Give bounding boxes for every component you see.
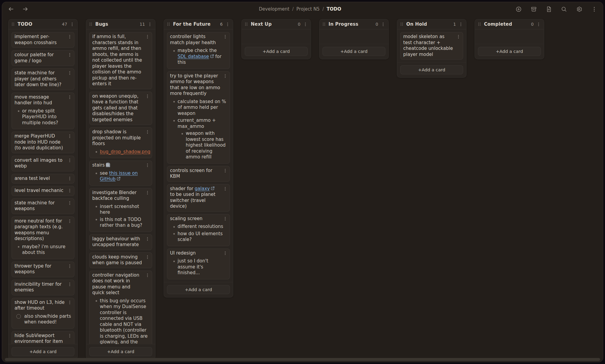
card[interactable]: try to give the player ammo for weapons … (167, 71, 230, 164)
column-menu-icon[interactable] (148, 22, 152, 27)
card-menu-icon[interactable] (67, 95, 72, 99)
drag-handle-icon[interactable] (11, 22, 15, 26)
column-title[interactable]: For the Future (173, 21, 211, 27)
card-menu-icon[interactable] (223, 187, 227, 191)
column-title[interactable]: Completed (484, 21, 512, 27)
card[interactable]: investigate Blender backface cullinginse… (89, 188, 152, 232)
breadcrumb-item[interactable]: Project N5 (296, 6, 320, 12)
card[interactable]: colour palette for game / logo (11, 50, 74, 66)
add-card-button[interactable]: +Add a card (400, 65, 463, 74)
checkbox-circle[interactable] (16, 314, 21, 319)
card[interactable]: model skeleton as test character + cheat… (400, 32, 463, 60)
card[interactable]: scaling screendifferent resolutionshow d… (167, 214, 230, 246)
card-menu-icon[interactable] (67, 188, 72, 193)
column-menu-icon[interactable] (536, 22, 541, 27)
add-card-button[interactable]: +Add a card (11, 347, 74, 356)
card[interactable]: stairssee this issue on GitHub (89, 161, 152, 186)
add-card-button[interactable]: +Add a card (478, 47, 541, 56)
card[interactable]: laggy behaviour with uncapped framerate (89, 234, 152, 250)
search-icon[interactable] (561, 6, 567, 12)
card[interactable]: hide SubViewport environment for item pr… (11, 331, 74, 344)
card[interactable]: if ammo is full, characters stands in am… (89, 32, 152, 89)
card-menu-icon[interactable] (67, 134, 72, 138)
card-menu-icon[interactable] (67, 300, 72, 305)
card-menu-icon[interactable] (145, 163, 150, 167)
back-arrow-icon[interactable] (8, 6, 14, 12)
column-title[interactable]: In Progress (329, 21, 358, 27)
card[interactable]: implement per-weapon crosshairs (11, 32, 74, 48)
card-menu-icon[interactable] (67, 176, 72, 181)
card[interactable]: convert all images to webp (11, 156, 74, 171)
add-card-button[interactable]: +Add a card (167, 285, 230, 294)
column-title[interactable]: Bugs (95, 21, 108, 27)
card[interactable]: controller navigation does not work in p… (89, 271, 152, 344)
card-menu-icon[interactable] (223, 251, 227, 255)
card[interactable]: state machine for player (and others lat… (11, 68, 74, 90)
column-menu-icon[interactable] (70, 22, 74, 27)
document-icon[interactable] (546, 6, 552, 12)
add-card-button[interactable]: +Add a card (322, 47, 385, 56)
horizontal-scrollbar[interactable] (5, 358, 600, 361)
card[interactable]: thrower type for weapons (11, 262, 74, 277)
column-menu-icon[interactable] (381, 22, 385, 27)
card-menu-icon[interactable] (145, 273, 150, 278)
card[interactable]: controls screen for KBM (167, 166, 230, 182)
drag-handle-icon[interactable] (322, 22, 326, 26)
card-menu-icon[interactable] (67, 219, 72, 223)
card-menu-icon[interactable] (145, 130, 150, 134)
card-menu-icon[interactable] (67, 201, 72, 205)
drag-handle-icon[interactable] (167, 22, 170, 26)
card-menu-icon[interactable] (67, 264, 72, 268)
card[interactable]: invincibility timer for enemies (11, 280, 74, 295)
card[interactable]: arena test level (11, 174, 74, 184)
drag-handle-icon[interactable] (478, 22, 481, 26)
card-menu-icon[interactable] (67, 34, 72, 39)
card-menu-icon[interactable] (145, 190, 150, 195)
column-title[interactable]: On Hold (406, 21, 427, 27)
card[interactable]: move message handler into hudor maybe sp… (11, 93, 74, 129)
card-menu-icon[interactable] (456, 34, 461, 39)
card-menu-icon[interactable] (67, 71, 72, 75)
card[interactable]: clouds keep moving when game is paused (89, 252, 152, 268)
drag-handle-icon[interactable] (244, 22, 248, 26)
external-link[interactable]: SDL database (178, 54, 209, 59)
breadcrumb-item[interactable]: Development (259, 6, 289, 12)
card[interactable]: on weapon unequip, have a function that … (89, 92, 152, 125)
card-menu-icon[interactable] (145, 237, 150, 241)
column-menu-icon[interactable] (225, 22, 230, 27)
add-circle-icon[interactable] (515, 6, 522, 12)
card[interactable]: more neutral font for paragraph texts (e… (11, 216, 74, 259)
card-menu-icon[interactable] (145, 255, 150, 259)
drag-handle-icon[interactable] (400, 22, 404, 26)
card[interactable]: drop shadow is projected on multiple flo… (89, 127, 152, 158)
card-menu-icon[interactable] (223, 34, 227, 39)
overflow-menu-icon[interactable] (591, 6, 597, 12)
card[interactable]: UI redesignjust so I don't assume it's f… (167, 249, 230, 279)
external-link[interactable]: galaxy (195, 186, 210, 191)
card-menu-icon[interactable] (223, 216, 227, 221)
add-card-button[interactable]: +Add a card (89, 347, 152, 356)
card-menu-icon[interactable] (145, 94, 150, 99)
card[interactable]: shader for galaxy to be used in planet s… (167, 184, 230, 212)
settings-gear-icon[interactable] (576, 6, 582, 12)
card[interactable]: controller lights match player healthmay… (167, 32, 230, 69)
card[interactable]: level travel mechanic (11, 186, 74, 196)
forward-arrow-icon[interactable] (22, 6, 29, 12)
column-title[interactable]: Next Up (251, 21, 272, 27)
column-menu-icon[interactable] (303, 22, 308, 27)
add-card-button[interactable]: +Add a card (245, 47, 308, 56)
card[interactable]: show HUD on L3, hide after timeoutalso s… (11, 298, 74, 329)
card-menu-icon[interactable] (67, 53, 72, 57)
card[interactable]: state machine for weapons (11, 198, 74, 214)
card-menu-icon[interactable] (145, 34, 150, 39)
column-menu-icon[interactable] (459, 22, 463, 27)
card[interactable]: merge PlayerHUD node into HUD node (to a… (11, 132, 74, 153)
drag-handle-icon[interactable] (89, 22, 93, 26)
archive-icon[interactable] (531, 6, 537, 12)
attachment-link[interactable]: bug_drop_shadow.png (100, 149, 150, 154)
column-title[interactable]: TODO (18, 21, 32, 27)
card-menu-icon[interactable] (223, 74, 227, 78)
card-menu-icon[interactable] (67, 333, 72, 338)
card-menu-icon[interactable] (223, 168, 227, 173)
card-menu-icon[interactable] (67, 158, 72, 163)
